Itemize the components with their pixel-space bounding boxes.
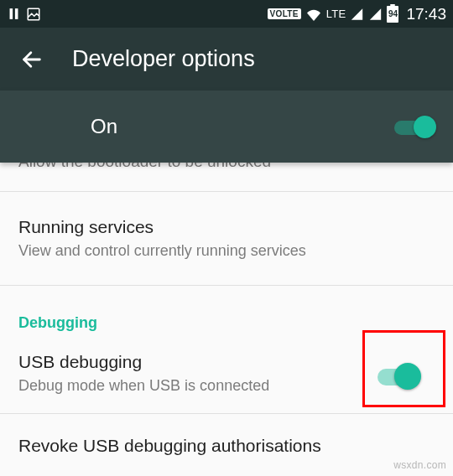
svg-rect-0 <box>10 8 13 19</box>
master-toggle-label: On <box>91 115 117 138</box>
running-services-title: Running services <box>18 217 435 237</box>
running-services-item[interactable]: Running services View and control curren… <box>0 192 453 286</box>
pause-icon <box>7 7 21 21</box>
back-button[interactable] <box>15 43 49 76</box>
revoke-auth-title: Revoke USB debugging authorisations <box>18 436 435 456</box>
clock-time: 17:43 <box>406 5 446 23</box>
switch-thumb <box>414 116 436 138</box>
partial-oem-row[interactable]: Allow the bootloader to be unlocked <box>0 163 453 192</box>
status-bar: VOLTE LTE 94 17:43 <box>0 0 453 28</box>
arrow-left-icon <box>20 48 44 71</box>
usb-debugging-title: USB debugging <box>18 352 378 372</box>
switch-thumb <box>394 363 421 390</box>
page-title: Developer options <box>72 46 255 72</box>
section-header-debugging: Debugging <box>0 286 453 335</box>
watermark-text: wsxdn.com <box>393 459 446 471</box>
master-toggle-switch[interactable] <box>394 115 435 138</box>
battery-icon: 94 <box>387 6 398 23</box>
running-services-sub: View and control currently running servi… <box>18 242 435 260</box>
partial-row-text: Allow the bootloader to be unlocked <box>18 163 271 169</box>
signal-2-icon <box>368 8 383 21</box>
wifi-icon <box>305 8 322 21</box>
image-icon <box>26 7 41 22</box>
master-toggle-row[interactable]: On <box>0 91 453 163</box>
usb-debugging-item[interactable]: USB debugging Debug mode when USB is con… <box>0 335 453 414</box>
usb-debugging-sub: Debug mode when USB is connected <box>18 377 378 395</box>
signal-1-icon <box>350 8 364 21</box>
volte-badge: VOLTE <box>268 8 301 19</box>
content-scroll[interactable]: Allow the bootloader to be unlocked Runn… <box>0 163 453 476</box>
usb-debugging-switch[interactable] <box>378 362 418 385</box>
svg-rect-1 <box>15 8 18 19</box>
revoke-auth-item[interactable]: Revoke USB debugging authorisations <box>0 414 453 476</box>
network-label: LTE <box>326 8 346 20</box>
app-bar: Developer options <box>0 28 453 91</box>
